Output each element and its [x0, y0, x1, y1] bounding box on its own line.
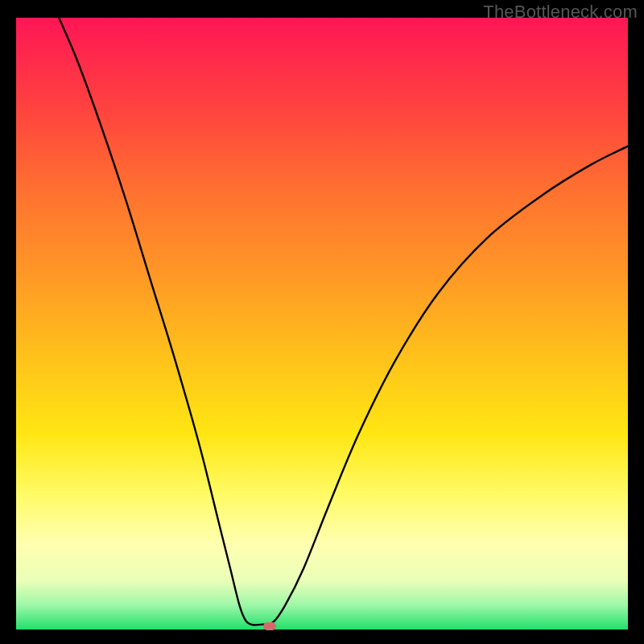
curve-svg [16, 18, 628, 630]
chart-frame: TheBottleneck.com [0, 0, 644, 644]
min-point-marker [263, 622, 276, 630]
watermark-text: TheBottleneck.com [483, 2, 638, 23]
bottleneck-curve [59, 18, 628, 625]
plot-area [16, 18, 628, 630]
